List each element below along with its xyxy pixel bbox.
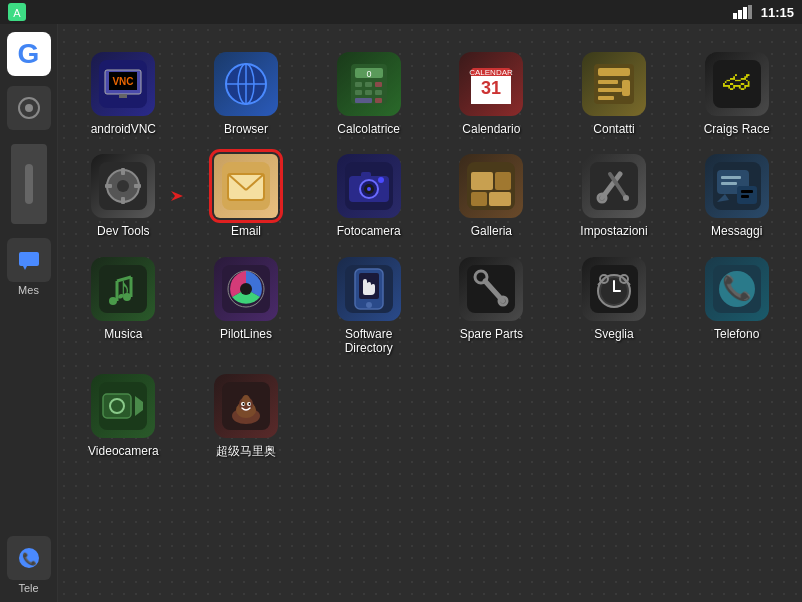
widget-icon-1 (17, 96, 41, 120)
app-craigsRace[interactable]: 🏎 Craigs Race (675, 42, 798, 144)
craigsRace-label: Craigs Race (704, 122, 770, 136)
arrow-icon (171, 186, 191, 206)
musica-svg: ♪ (99, 265, 147, 313)
browser-svg (222, 60, 270, 108)
galleria-icon (459, 154, 523, 218)
spareParts-label: Spare Parts (460, 327, 523, 341)
musica-label: Musica (104, 327, 142, 341)
sidebar-mes[interactable]: Mes (7, 238, 51, 296)
app-messaggi[interactable]: Messaggi (675, 144, 798, 246)
sveglia-label: Sveglia (594, 327, 633, 341)
videocamera-icon (91, 374, 155, 438)
svg-text:CALENDAR: CALENDAR (470, 68, 514, 77)
sidebar-scrollbar[interactable] (11, 144, 47, 224)
sidebar-widget-1 (7, 86, 51, 130)
message-icon (17, 248, 41, 272)
svg-rect-2 (733, 13, 737, 19)
app-androidVNC[interactable]: VNC androidVNC (62, 42, 185, 144)
app-devTools[interactable]: Dev Tools (62, 144, 185, 246)
impostazioni-icon (582, 154, 646, 218)
svg-text:31: 31 (481, 78, 501, 98)
svg-point-128 (242, 403, 244, 405)
svg-rect-8 (19, 252, 39, 266)
svg-rect-32 (375, 98, 382, 103)
messaggi-svg (713, 162, 761, 210)
svg-point-50 (117, 180, 129, 192)
app-calendario[interactable]: 31 CALENDAR Calendario (430, 42, 553, 144)
craigsRace-icon: 🏎 (705, 52, 769, 116)
svg-rect-41 (598, 68, 630, 76)
app-browser[interactable]: Browser (185, 42, 308, 144)
app-impostazioni[interactable]: Impostazioni (553, 144, 676, 246)
tele-label: Tele (18, 582, 38, 594)
svg-rect-70 (495, 172, 511, 190)
app-musica[interactable]: ♪ Musica (62, 247, 185, 364)
svg-rect-4 (743, 7, 747, 19)
svg-point-95 (240, 283, 252, 295)
galleria-svg (467, 162, 515, 210)
svg-rect-42 (598, 80, 618, 84)
android-icon: A (8, 3, 26, 21)
telefono-icon: 📞 (705, 257, 769, 321)
email-icon (214, 154, 278, 218)
tele-icon: 📞 (7, 536, 51, 580)
app-pilotLines[interactable]: PilotLines (185, 247, 308, 364)
svg-rect-5 (748, 5, 752, 19)
status-right: 11:15 (733, 5, 794, 20)
contatti-icon (582, 52, 646, 116)
svg-point-7 (25, 104, 33, 112)
svg-point-99 (366, 302, 372, 308)
status-left: A (8, 3, 26, 21)
svg-text:📞: 📞 (21, 551, 36, 566)
app-galleria[interactable]: Galleria (430, 144, 553, 246)
devtools-svg (99, 162, 147, 210)
svg-rect-3 (738, 10, 742, 19)
messaggi-label: Messaggi (711, 224, 762, 238)
svg-text:VNC: VNC (113, 76, 134, 87)
impostazioni-label: Impostazioni (580, 224, 647, 238)
browser-label: Browser (224, 122, 268, 136)
app-email[interactable]: Email (185, 144, 308, 246)
drag-arrow (171, 186, 191, 206)
phone-icon: 📞 (17, 546, 41, 570)
svg-rect-31 (355, 98, 372, 103)
svg-point-120 (114, 403, 120, 409)
mes-label: Mes (18, 284, 39, 296)
spareParts-icon (459, 257, 523, 321)
svg-point-65 (367, 187, 371, 191)
google-widget[interactable]: G (7, 32, 51, 76)
softwareDirectory-icon (337, 257, 401, 321)
main-area: G Mes 📞 (0, 24, 802, 602)
pilotLines-label: PilotLines (220, 327, 272, 341)
app-superMario[interactable]: 超级马里奥 (185, 364, 308, 466)
app-telefono[interactable]: 📞 Telefono (675, 247, 798, 364)
sidebar-tele[interactable]: 📞 Tele (7, 536, 51, 594)
musica-icon: ♪ (91, 257, 155, 321)
app-fotocamera[interactable]: Fotocamera (307, 144, 430, 246)
email-label: Email (231, 224, 261, 238)
svg-rect-44 (598, 96, 614, 100)
svg-point-67 (378, 177, 384, 183)
svg-rect-45 (622, 80, 630, 96)
impostazioni-svg (590, 162, 638, 210)
vnc-svg: VNC (99, 60, 147, 108)
svg-rect-43 (598, 88, 622, 92)
mario-svg (222, 382, 270, 430)
sidebar: G Mes 📞 (0, 24, 58, 602)
app-sveglia[interactable]: Sveglia (553, 247, 676, 364)
svg-text:A: A (13, 7, 21, 19)
svg-rect-80 (721, 176, 741, 179)
fotocamera-icon (337, 154, 401, 218)
androidVNC-label: androidVNC (91, 122, 156, 136)
app-grid-container: VNC androidVNC Browser (58, 24, 802, 602)
mes-icon (7, 238, 51, 282)
svg-rect-16 (119, 94, 127, 98)
app-softwareDirectory[interactable]: Software Directory (307, 247, 430, 364)
app-videocamera[interactable]: Videocamera (62, 364, 185, 466)
browser-icon (214, 52, 278, 116)
app-spareParts[interactable]: Spare Parts (430, 247, 553, 364)
app-contatti[interactable]: Contatti (553, 42, 676, 144)
app-calcolatrice[interactable]: 0 Calcolatrice (307, 42, 430, 144)
contatti-label: Contatti (593, 122, 634, 136)
svg-text:0: 0 (366, 69, 371, 79)
